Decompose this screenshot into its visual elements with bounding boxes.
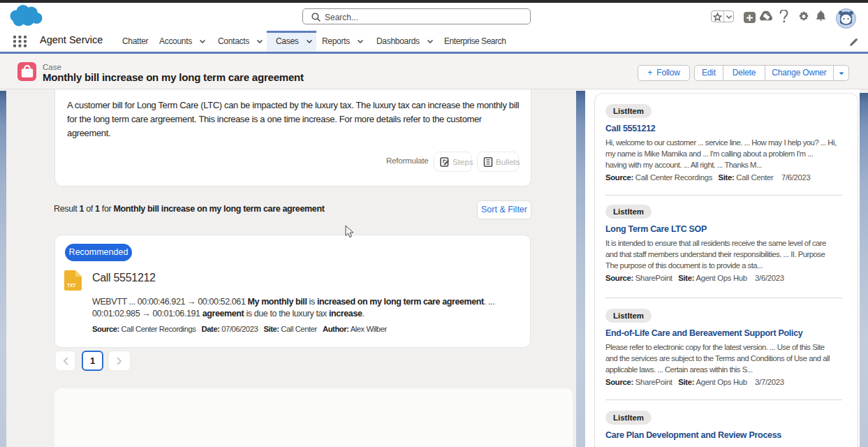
svg-text:TXT: TXT — [67, 283, 75, 288]
